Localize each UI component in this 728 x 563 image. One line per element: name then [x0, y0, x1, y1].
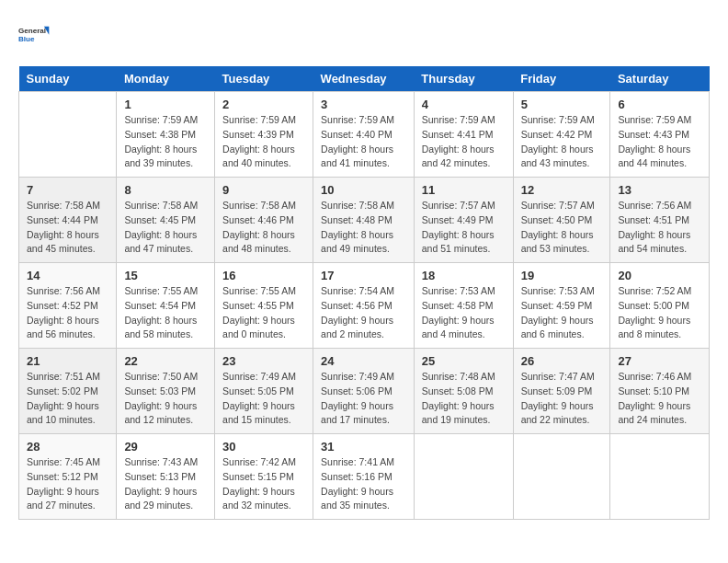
day-number: 8 — [124, 183, 207, 197]
day-info: Sunrise: 7:58 AM Sunset: 4:45 PM Dayligh… — [124, 199, 207, 257]
day-info: Sunrise: 7:45 AM Sunset: 5:12 PM Dayligh… — [27, 455, 108, 513]
day-number: 16 — [222, 269, 305, 282]
calendar-cell: 17Sunrise: 7:54 AM Sunset: 4:56 PM Dayli… — [313, 263, 415, 349]
calendar-cell — [513, 434, 610, 520]
calendar-cell — [414, 434, 513, 520]
day-number: 14 — [27, 269, 108, 282]
logo-icon: GeneralBlue — [18, 18, 51, 52]
header-day-tuesday: Tuesday — [215, 66, 313, 92]
header-day-thursday: Thursday — [414, 66, 513, 92]
day-number: 20 — [618, 269, 701, 282]
calendar-cell: 1Sunrise: 7:59 AM Sunset: 4:38 PM Daylig… — [117, 92, 215, 178]
day-info: Sunrise: 7:52 AM Sunset: 5:00 PM Dayligh… — [618, 284, 701, 342]
calendar-cell: 7Sunrise: 7:58 AM Sunset: 4:44 PM Daylig… — [19, 178, 117, 263]
day-info: Sunrise: 7:58 AM Sunset: 4:48 PM Dayligh… — [321, 199, 406, 257]
header: GeneralBlue — [18, 18, 710, 52]
day-number: 9 — [222, 183, 305, 197]
day-info: Sunrise: 7:58 AM Sunset: 4:44 PM Dayligh… — [27, 199, 108, 257]
day-number: 6 — [618, 98, 701, 111]
calendar-cell — [19, 92, 117, 178]
day-number: 2 — [222, 98, 305, 111]
day-info: Sunrise: 7:42 AM Sunset: 5:15 PM Dayligh… — [222, 455, 305, 513]
day-number: 30 — [222, 440, 305, 454]
day-number: 5 — [521, 98, 603, 111]
calendar-cell: 14Sunrise: 7:56 AM Sunset: 4:52 PM Dayli… — [19, 263, 117, 349]
day-number: 28 — [27, 440, 108, 454]
calendar-cell — [610, 434, 710, 520]
day-number: 4 — [422, 98, 506, 111]
day-number: 21 — [27, 354, 108, 368]
day-number: 22 — [124, 354, 207, 368]
day-info: Sunrise: 7:54 AM Sunset: 4:56 PM Dayligh… — [321, 284, 406, 342]
calendar-cell: 2Sunrise: 7:59 AM Sunset: 4:39 PM Daylig… — [215, 92, 313, 178]
day-number: 24 — [321, 354, 406, 368]
calendar-cell: 23Sunrise: 7:49 AM Sunset: 5:05 PM Dayli… — [215, 349, 313, 434]
calendar-cell: 24Sunrise: 7:49 AM Sunset: 5:06 PM Dayli… — [313, 349, 415, 434]
calendar-cell: 30Sunrise: 7:42 AM Sunset: 5:15 PM Dayli… — [215, 434, 313, 520]
header-day-sunday: Sunday — [19, 66, 117, 92]
day-info: Sunrise: 7:53 AM Sunset: 4:59 PM Dayligh… — [521, 284, 603, 342]
day-number: 31 — [321, 440, 406, 454]
logo: GeneralBlue — [18, 18, 55, 52]
day-info: Sunrise: 7:59 AM Sunset: 4:38 PM Dayligh… — [124, 113, 207, 171]
week-row-5: 28Sunrise: 7:45 AM Sunset: 5:12 PM Dayli… — [19, 434, 710, 520]
day-number: 27 — [618, 354, 701, 368]
calendar-cell: 25Sunrise: 7:48 AM Sunset: 5:08 PM Dayli… — [414, 349, 513, 434]
day-number: 26 — [521, 354, 603, 368]
calendar-cell: 4Sunrise: 7:59 AM Sunset: 4:41 PM Daylig… — [414, 92, 513, 178]
calendar-cell: 12Sunrise: 7:57 AM Sunset: 4:50 PM Dayli… — [513, 178, 610, 263]
day-number: 7 — [27, 183, 108, 197]
day-info: Sunrise: 7:59 AM Sunset: 4:42 PM Dayligh… — [521, 113, 603, 171]
calendar-cell: 13Sunrise: 7:56 AM Sunset: 4:51 PM Dayli… — [610, 178, 710, 263]
calendar-cell: 9Sunrise: 7:58 AM Sunset: 4:46 PM Daylig… — [215, 178, 313, 263]
calendar-cell: 10Sunrise: 7:58 AM Sunset: 4:48 PM Dayli… — [313, 178, 415, 263]
day-header-row: SundayMondayTuesdayWednesdayThursdayFrid… — [19, 66, 710, 92]
day-info: Sunrise: 7:58 AM Sunset: 4:46 PM Dayligh… — [222, 199, 305, 257]
day-info: Sunrise: 7:51 AM Sunset: 5:02 PM Dayligh… — [27, 370, 108, 428]
calendar-cell: 3Sunrise: 7:59 AM Sunset: 4:40 PM Daylig… — [313, 92, 415, 178]
day-number: 12 — [521, 183, 603, 197]
day-info: Sunrise: 7:59 AM Sunset: 4:41 PM Dayligh… — [422, 113, 506, 171]
day-number: 29 — [124, 440, 207, 454]
day-number: 3 — [321, 98, 406, 111]
header-day-saturday: Saturday — [610, 66, 710, 92]
day-info: Sunrise: 7:59 AM Sunset: 4:43 PM Dayligh… — [618, 113, 701, 171]
day-info: Sunrise: 7:48 AM Sunset: 5:08 PM Dayligh… — [422, 370, 506, 428]
day-number: 23 — [222, 354, 305, 368]
day-info: Sunrise: 7:57 AM Sunset: 4:50 PM Dayligh… — [521, 199, 603, 257]
header-day-wednesday: Wednesday — [313, 66, 415, 92]
calendar-cell: 21Sunrise: 7:51 AM Sunset: 5:02 PM Dayli… — [19, 349, 117, 434]
day-info: Sunrise: 7:47 AM Sunset: 5:09 PM Dayligh… — [521, 370, 603, 428]
day-info: Sunrise: 7:57 AM Sunset: 4:49 PM Dayligh… — [422, 199, 506, 257]
week-row-3: 14Sunrise: 7:56 AM Sunset: 4:52 PM Dayli… — [19, 263, 710, 349]
header-day-friday: Friday — [513, 66, 610, 92]
calendar-cell: 27Sunrise: 7:46 AM Sunset: 5:10 PM Dayli… — [610, 349, 710, 434]
calendar-cell: 28Sunrise: 7:45 AM Sunset: 5:12 PM Dayli… — [19, 434, 117, 520]
day-number: 13 — [618, 183, 701, 197]
calendar-cell: 29Sunrise: 7:43 AM Sunset: 5:13 PM Dayli… — [117, 434, 215, 520]
day-number: 19 — [521, 269, 603, 282]
day-info: Sunrise: 7:56 AM Sunset: 4:52 PM Dayligh… — [27, 284, 108, 342]
svg-text:General: General — [18, 27, 46, 35]
day-number: 25 — [422, 354, 506, 368]
calendar-cell: 26Sunrise: 7:47 AM Sunset: 5:09 PM Dayli… — [513, 349, 610, 434]
day-info: Sunrise: 7:59 AM Sunset: 4:39 PM Dayligh… — [222, 113, 305, 171]
day-number: 11 — [422, 183, 506, 197]
week-row-1: 1Sunrise: 7:59 AM Sunset: 4:38 PM Daylig… — [19, 92, 710, 178]
calendar-table: SundayMondayTuesdayWednesdayThursdayFrid… — [18, 66, 710, 520]
day-info: Sunrise: 7:55 AM Sunset: 4:54 PM Dayligh… — [124, 284, 207, 342]
calendar-cell: 6Sunrise: 7:59 AM Sunset: 4:43 PM Daylig… — [610, 92, 710, 178]
calendar-cell: 11Sunrise: 7:57 AM Sunset: 4:49 PM Dayli… — [414, 178, 513, 263]
day-info: Sunrise: 7:49 AM Sunset: 5:06 PM Dayligh… — [321, 370, 406, 428]
day-number: 1 — [124, 98, 207, 111]
calendar-cell: 20Sunrise: 7:52 AM Sunset: 5:00 PM Dayli… — [610, 263, 710, 349]
calendar-cell: 19Sunrise: 7:53 AM Sunset: 4:59 PM Dayli… — [513, 263, 610, 349]
day-info: Sunrise: 7:41 AM Sunset: 5:16 PM Dayligh… — [321, 455, 406, 513]
calendar-cell: 16Sunrise: 7:55 AM Sunset: 4:55 PM Dayli… — [215, 263, 313, 349]
calendar-cell: 18Sunrise: 7:53 AM Sunset: 4:58 PM Dayli… — [414, 263, 513, 349]
calendar-cell: 22Sunrise: 7:50 AM Sunset: 5:03 PM Dayli… — [117, 349, 215, 434]
calendar-cell: 5Sunrise: 7:59 AM Sunset: 4:42 PM Daylig… — [513, 92, 610, 178]
day-info: Sunrise: 7:59 AM Sunset: 4:40 PM Dayligh… — [321, 113, 406, 171]
calendar-cell: 31Sunrise: 7:41 AM Sunset: 5:16 PM Dayli… — [313, 434, 415, 520]
day-info: Sunrise: 7:56 AM Sunset: 4:51 PM Dayligh… — [618, 199, 701, 257]
